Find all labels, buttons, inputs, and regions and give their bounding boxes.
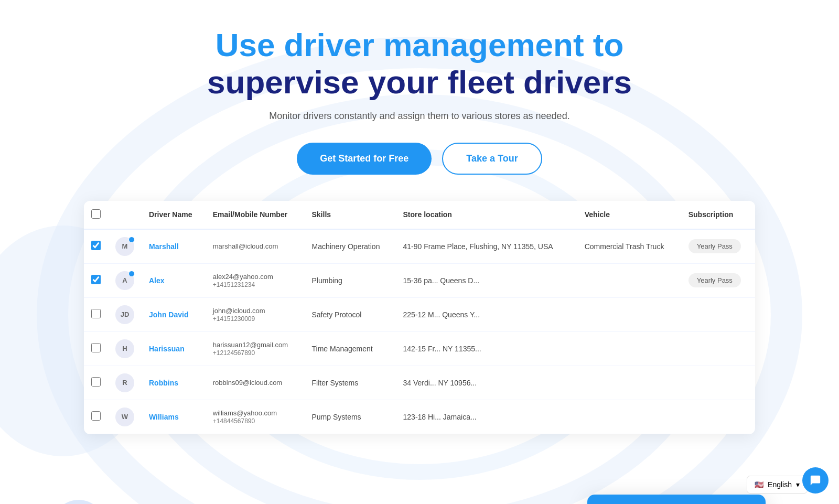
avatar-robbins: R — [115, 373, 134, 392]
row-subscription-alex: Yearly Pass — [681, 263, 755, 297]
row-vehicle-williams — [577, 400, 681, 434]
hero-section: Use driver management to supervise your … — [0, 0, 839, 196]
header-email-mobile: Email/Mobile Number — [206, 201, 305, 229]
header-checkbox-cell — [84, 201, 108, 229]
driver-table: Driver Name Email/Mobile Number Skills S… — [84, 201, 755, 434]
row-email-williams: williams@yahoo.com +14844567890 — [206, 400, 305, 434]
row-name-johndavid: John David — [142, 297, 206, 331]
avatar-alex: A — [115, 271, 134, 290]
row-skills-marshall: Machinery Operation — [304, 229, 395, 264]
header-driver-name: Driver Name — [142, 201, 206, 229]
driver-icon-circle — [52, 500, 105, 504]
hero-subtitle: Monitor drivers constantly and assign th… — [10, 111, 829, 122]
row-store-alex: 15-36 pa... Queens D... — [396, 263, 577, 297]
table-row: R Robbins robbins09@icloud.com Filter Sy… — [84, 366, 755, 400]
main-content: Driver Name Email/Mobile Number Skills S… — [0, 201, 839, 434]
row-subscription-robbins — [681, 366, 755, 400]
row-name-harissuan: Harissuan — [142, 331, 206, 366]
row-checkbox-cell — [84, 400, 108, 434]
table-row: A Alex alex24@yahoo.com +14151231234 Plu… — [84, 263, 755, 297]
table-header: Driver Name Email/Mobile Number Skills S… — [84, 201, 755, 229]
flag-icon: 🇺🇸 — [755, 480, 763, 489]
row-vehicle-robbins — [577, 366, 681, 400]
row-avatar-cell: JD — [108, 297, 142, 331]
row-email-alex: alex24@yahoo.com +14151231234 — [206, 263, 305, 297]
row-email-robbins: robbins09@icloud.com — [206, 366, 305, 400]
row-skills-harissuan: Time Management — [304, 331, 395, 366]
row-store-williams: 123-18 Hi... Jamaica... — [396, 400, 577, 434]
row-store-marshall: 41-90 Frame Place, Flushing, NY 11355, U… — [396, 229, 577, 264]
hero-buttons: Get Started for Free Take a Tour — [10, 143, 829, 175]
popup-marshall-header: M Marshall marshall@icloud.com — [587, 495, 766, 504]
row-skills-robbins: Filter Systems — [304, 366, 395, 400]
row-checkbox-cell — [84, 366, 108, 400]
row-checkbox-williams[interactable] — [91, 411, 101, 421]
row-checkbox-marshall[interactable] — [91, 241, 101, 250]
chat-bubble-button[interactable] — [802, 467, 829, 494]
driver-table-wrapper: Driver Name Email/Mobile Number Skills S… — [84, 201, 755, 434]
row-avatar-cell: M — [108, 229, 142, 264]
header-store-location: Store location — [396, 201, 577, 229]
avatar-harissuan: H — [115, 339, 134, 358]
row-checkbox-alex[interactable] — [91, 275, 101, 284]
row-store-harissuan: 142-15 Fr... NY 11355... — [396, 331, 577, 366]
hero-title-line1: Use driver management to — [10, 26, 829, 63]
row-name-robbins: Robbins — [142, 366, 206, 400]
row-name-williams: Williams — [142, 400, 206, 434]
row-skills-alex: Plumbing — [304, 263, 395, 297]
row-checkbox-cell — [84, 263, 108, 297]
row-checkbox-cell — [84, 229, 108, 264]
row-subscription-marshall: Yearly Pass — [681, 229, 755, 264]
chat-icon — [810, 475, 821, 486]
row-subscription-johndavid — [681, 297, 755, 331]
get-started-button[interactable]: Get Started for Free — [297, 143, 432, 175]
table-body: M Marshall marshall@icloud.com Machinery… — [84, 229, 755, 434]
avatar-johndavid: JD — [115, 305, 134, 324]
table-row: M Marshall marshall@icloud.com Machinery… — [84, 229, 755, 264]
row-avatar-cell: A — [108, 263, 142, 297]
language-label: English — [768, 480, 792, 489]
row-skills-johndavid: Safety Protocol — [304, 297, 395, 331]
row-name-alex: Alex — [142, 263, 206, 297]
row-skills-williams: Pump Systems — [304, 400, 395, 434]
table-row: H Harissuan harissuan12@gmail.com +12124… — [84, 331, 755, 366]
row-checkbox-johndavid[interactable] — [91, 309, 101, 318]
avatar-marshall: M — [115, 237, 134, 256]
popup-marshall: M Marshall marshall@icloud.com 📅 22 Aug … — [587, 495, 766, 504]
hero-title-line2: supervise your fleet drivers — [10, 63, 829, 101]
table-row: W Williams williams@yahoo.com +148445678… — [84, 400, 755, 434]
header-skills: Skills — [304, 201, 395, 229]
chevron-down-icon: ▾ — [796, 480, 800, 489]
row-vehicle-johndavid — [577, 297, 681, 331]
header-vehicle: Vehicle — [577, 201, 681, 229]
row-vehicle-alex — [577, 263, 681, 297]
row-checkbox-robbins[interactable] — [91, 377, 101, 387]
select-all-checkbox[interactable] — [91, 209, 101, 219]
row-vehicle-harissuan — [577, 331, 681, 366]
row-store-robbins: 34 Verdi... NY 10956... — [396, 366, 577, 400]
row-email-marshall: marshall@icloud.com — [206, 229, 305, 264]
row-subscription-harissuan — [681, 331, 755, 366]
row-checkbox-cell — [84, 297, 108, 331]
take-tour-button[interactable]: Take a Tour — [442, 143, 542, 175]
row-email-harissuan: harissuan12@gmail.com +12124567890 — [206, 331, 305, 366]
row-checkbox-cell — [84, 331, 108, 366]
row-email-johndavid: john@icloud.com +14151230009 — [206, 297, 305, 331]
row-avatar-cell: R — [108, 366, 142, 400]
row-name-marshall: Marshall — [142, 229, 206, 264]
language-selector[interactable]: 🇺🇸 English ▾ — [747, 476, 808, 494]
row-avatar-cell: W — [108, 400, 142, 434]
row-checkbox-harissuan[interactable] — [91, 343, 101, 352]
header-avatar-cell — [108, 201, 142, 229]
row-avatar-cell: H — [108, 331, 142, 366]
avatar-williams: W — [115, 408, 134, 426]
row-store-johndavid: 225-12 M... Queens Y... — [396, 297, 577, 331]
row-vehicle-marshall: Commercial Trash Truck — [577, 229, 681, 264]
table-row: JD John David john@icloud.com +141512300… — [84, 297, 755, 331]
header-subscription: Subscription — [681, 201, 755, 229]
row-subscription-williams — [681, 400, 755, 434]
